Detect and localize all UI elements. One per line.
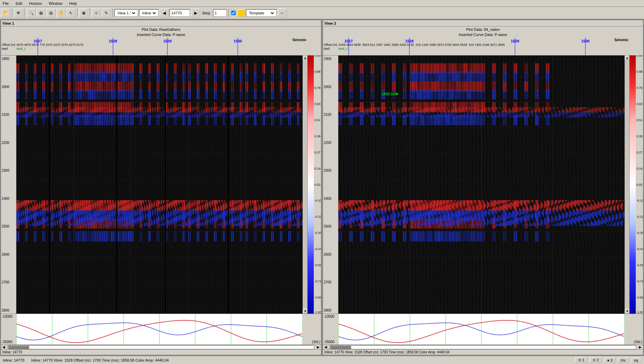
view1-status: Inline: 14770 [1,349,321,355]
view1-hscroll-thumb[interactable] [9,346,29,349]
view2-panel: View 2 Plot Data: 04_radon Inserted Curv… [323,20,643,355]
view2-hscrollbar[interactable]: ◀ ▶ [323,344,643,349]
menu-window[interactable]: Window [48,1,64,6]
menu-horizon[interactable]: Horizon [28,1,44,6]
separator [90,9,90,17]
vscroll-down[interactable]: ▼ [303,309,308,314]
main-area: View 1 Plot Data: RawGathers Inserted Cu… [0,19,644,356]
view2-xline-header [323,38,643,56]
zoom-fit-button[interactable]: 🔍 [27,9,36,17]
view-dropdown[interactable]: View 1 : View 2 : [114,9,138,17]
view2-inserted-curve: Inserted Curve Data: P-wave [323,32,643,37]
separator [228,9,229,17]
view2-hscroll-thumb[interactable] [331,346,351,349]
v2-y-label-2100: 2100 [324,113,337,117]
view1-plot-title: Plot Data: RawGathers Inserted Curve Dat… [1,26,321,38]
status-btn3[interactable]: ● 3 [604,357,616,363]
view2-scroll-right[interactable]: ▶ [637,345,643,349]
erase-button[interactable]: ✎ [102,9,111,17]
y-label-2800: 2800 [2,308,15,312]
view2-welllog[interactable]: -10000 -35000 (Std.) [323,314,643,344]
view2-colorbar [629,56,643,314]
view1-seismic-label: Seismic [292,38,307,42]
zoom-out-button[interactable]: ⊖ [47,9,55,17]
view2-plot-data: Plot Data: 04_radon [323,27,643,32]
grid-button[interactable]: ▦ [79,9,88,17]
separator [25,9,25,17]
vscroll-up[interactable]: ▲ [303,56,308,60]
menu-file[interactable]: File [1,1,10,6]
view2-seismic-plot[interactable]: 1858.58 ▶ [338,56,624,314]
view2-hscroll-track[interactable] [330,345,636,349]
view2-title: View 2 [324,21,336,25]
view1-welllog[interactable]: -10000 -35000 (Std.) [1,314,321,344]
v2-y-label-2400: 2400 [324,197,337,201]
v2-y-label-2800: 2800 [324,308,337,312]
view1-scroll-left[interactable]: ◀ [1,345,7,349]
view1-std-label: (Std.) [312,340,320,344]
v2-y-label-2000: 2000 [324,85,337,89]
y-label-2700: 2700 [2,280,15,284]
step-label: Step: [201,11,212,15]
status-btn1[interactable]: ⊙ 1 [575,357,587,363]
view1-colorbar [307,56,321,314]
view1-seismic-plot[interactable] [16,56,302,314]
v2-y-label-2700: 2700 [324,280,337,284]
view1-scroll-right[interactable]: ▶ [315,345,321,349]
status-btn2[interactable]: ⊙ 2 [590,357,602,363]
view-button[interactable]: 👁 [14,9,23,17]
mode-dropdown[interactable]: Inline Xline [139,9,159,17]
v2-y-label-2300: 2300 [324,169,337,172]
view1-header: View 1 [1,20,321,26]
color-btn[interactable] [237,9,245,17]
v2-vscroll-up[interactable]: ▲ [625,56,630,60]
y-label-2500: 2500 [2,225,15,228]
view1-ybottom2: -35000 [2,340,12,344]
view2-plot-title: Plot Data: 04_radon Inserted Curve Data:… [323,26,643,38]
prev-button[interactable]: ◀ [160,9,169,17]
y-label-2200: 2200 [2,141,15,145]
view2-vscrollbar[interactable]: ▲ ▼ [624,56,629,314]
status-btn-hv[interactable]: h/v [618,357,629,363]
zoom-in-button[interactable]: ⊕ [37,9,46,17]
separator [112,9,113,17]
view2-ybottom2: -35000 [324,340,334,344]
v2-y-label-2200: 2200 [324,141,337,145]
pick-button[interactable]: ⊹ [92,9,101,17]
open-button[interactable]: 📂 [1,9,10,17]
next-button[interactable]: ▶ [191,9,200,17]
status-view2-info: Inline: 14770 Xline: 1528 Offset (m): 17… [31,358,169,362]
status-view1-inline: Inline: 14770 [3,358,24,362]
view2-yaxis: 1900 2000 2100 2200 2300 2400 2500 2600 … [323,56,338,314]
view1-hscrollbar[interactable]: ◀ ▶ [1,344,321,349]
v2-y-label-2600: 2600 [324,253,337,256]
menu-edit[interactable]: Edit [14,1,24,6]
separator [77,9,77,17]
y-label-2300: 2300 [2,169,15,172]
view-select[interactable]: View 1 : View 2 : [116,11,136,15]
minimize-button[interactable]: — [278,9,287,17]
v2-y-label-2500: 2500 [324,225,337,228]
view1-hscroll-track[interactable] [8,345,314,349]
check1[interactable] [231,11,236,15]
view2-status: Inline: 14770 Xline: 1528 Offset (m): 17… [323,349,643,355]
separator [12,9,12,17]
pan-button[interactable]: ✋ [57,9,65,17]
view2-scroll-left[interactable]: ◀ [323,345,329,349]
v2-vscroll-down[interactable]: ▼ [625,309,630,314]
menu-help[interactable]: Help [68,1,78,6]
y-label-2100: 2100 [2,113,15,117]
template-select[interactable]: Template [248,11,275,15]
view1-ybottom1: -10000 [2,315,12,318]
status-btn-eq[interactable]: eq [631,357,641,363]
view1-plot-data: Plot Data: RawGathers [1,27,321,32]
view1-inserted-curve: Inserted Curve Data: P-wave [1,32,321,37]
view2-header: View 2 [323,20,643,26]
view1-panel: View 1 Plot Data: RawGathers Inserted Cu… [1,20,321,355]
inline-input[interactable] [170,9,190,17]
view1-vscrollbar[interactable]: ▲ ▼ [302,56,307,314]
select-button[interactable]: ↖ [66,9,75,17]
template-dropdown[interactable]: Template [246,9,277,17]
step-input[interactable] [213,9,227,17]
mode-select[interactable]: Inline Xline [141,11,157,15]
